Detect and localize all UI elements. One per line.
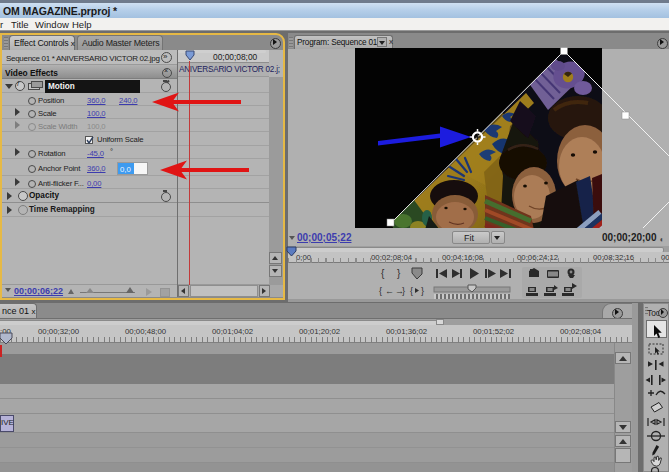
svg-text:{: { [381, 268, 385, 279]
svg-text:}: } [402, 286, 405, 296]
svg-text:←: ← [385, 286, 394, 296]
svg-text:}: } [421, 286, 424, 296]
svg-text:}: } [397, 268, 401, 279]
svg-text:{: { [410, 286, 413, 296]
svg-text:{: { [379, 286, 382, 296]
